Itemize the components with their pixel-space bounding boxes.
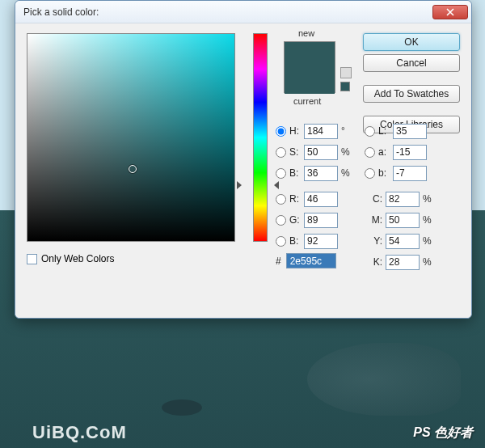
gamut-warning-icon[interactable] [340,67,352,78]
a-radio[interactable] [365,147,375,158]
g-input[interactable] [304,213,338,228]
web-colors-checkbox[interactable] [27,254,37,264]
c-input[interactable] [386,192,420,207]
current-color-swatch[interactable] [285,68,335,94]
y-unit: % [423,235,437,247]
r-input[interactable] [304,192,338,207]
saturation-value-picker[interactable] [27,33,235,242]
h-unit: ° [341,125,356,137]
s-unit: % [341,146,356,158]
g-radio[interactable] [276,215,286,226]
bv-label: B: [289,167,304,179]
bc-radio[interactable] [276,236,286,247]
add-to-swatches-button[interactable]: Add To Swatches [363,85,460,103]
current-color-label: current [293,96,321,106]
color-picker-dialog: Pick a solid color: new current OK Cance… [15,0,472,319]
watermark-left: UiBQ.CoM [32,422,127,443]
g-label: G: [289,214,304,226]
fish-silhouette [307,343,461,416]
h-radio[interactable] [276,126,286,137]
button-column: OK Cancel Add To Swatches Color Librarie… [363,33,460,133]
dialog-title: Pick a solid color: [23,6,432,18]
m-input[interactable] [386,213,420,228]
bc-label: B: [289,235,304,247]
watermark-right: PS 色好者 [413,425,473,442]
cancel-button[interactable]: Cancel [363,54,460,72]
close-button[interactable] [432,5,468,19]
l-input[interactable] [393,124,427,139]
color-fields: H: ° L: S: % [276,120,460,273]
y-label: Y: [365,235,382,247]
r-label: R: [289,193,304,205]
new-color-swatch[interactable] [285,42,335,68]
web-colors-label: Only Web Colors [41,253,114,264]
bv-unit: % [341,167,356,179]
gamut-swatch[interactable] [340,82,350,91]
l-label: L: [378,125,393,137]
hex-input[interactable] [286,253,336,268]
k-input[interactable] [386,255,420,270]
h-label: H: [289,125,304,137]
h-input[interactable] [304,124,338,139]
hue-slider[interactable] [253,33,268,242]
bv-input[interactable] [304,166,338,181]
hex-row: # [276,253,336,268]
b-label: b: [378,167,393,179]
color-preview [284,41,335,93]
fish-silhouette-small [162,399,202,416]
bc-input[interactable] [304,234,338,249]
r-radio[interactable] [276,194,286,205]
y-input[interactable] [386,234,420,249]
s-input[interactable] [304,145,338,160]
ok-button[interactable]: OK [363,33,460,51]
m-unit: % [423,214,437,226]
hue-slider-indicator [237,181,251,191]
l-radio[interactable] [365,126,375,137]
k-unit: % [423,256,437,268]
dialog-body: new current OK Cancel Add To Swatches Co… [15,23,471,318]
s-radio[interactable] [276,147,286,158]
k-label: K: [365,256,382,268]
sv-marker [129,165,137,173]
b-radio[interactable] [365,168,375,179]
close-icon [446,8,454,16]
a-label: a: [378,146,393,158]
a-input[interactable] [393,145,427,160]
web-colors-row: Only Web Colors [27,253,114,264]
b-input[interactable] [393,166,427,181]
new-color-label: new [298,28,314,38]
c-label: C: [365,193,382,205]
s-label: S: [289,146,304,158]
hex-label: # [276,256,281,267]
bv-radio[interactable] [276,168,286,179]
m-label: M: [365,214,382,226]
titlebar[interactable]: Pick a solid color: [15,1,471,23]
c-unit: % [423,193,437,205]
